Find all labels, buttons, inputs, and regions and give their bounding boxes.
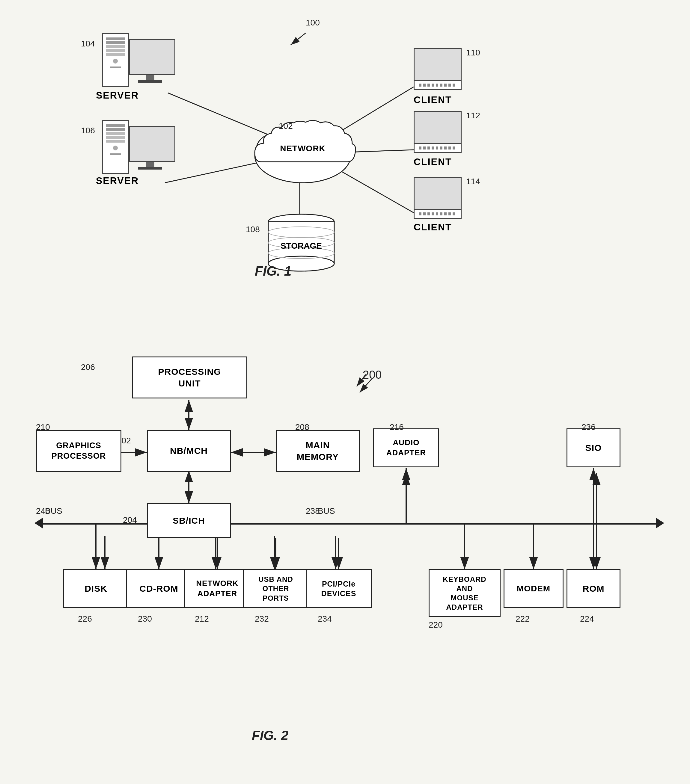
keyboard-mouse-box: KEYBOARD AND MOUSE ADAPTER [429, 569, 500, 617]
server1-base [138, 80, 162, 83]
page: 100 SERVER 104 [0, 0, 690, 784]
ref-220: 220 [429, 620, 443, 630]
pci-devices-label: PCI/PCIe DEVICES [321, 579, 357, 599]
network-adapter-label: NETWORK ADAPTER [196, 578, 238, 599]
bus-arrow-left [35, 518, 43, 529]
ref-114: 114 [466, 177, 480, 186]
ref-238-label: BUS [318, 506, 335, 516]
processing-unit-label: PROCESSING UNIT [158, 366, 221, 389]
sio-label: SIO [585, 443, 602, 453]
ref-232: 232 [255, 614, 269, 624]
ref-112: 112 [466, 111, 480, 120]
server2-monitor [129, 126, 175, 162]
usb-ports-box: USB AND OTHER PORTS [243, 569, 309, 608]
client1-label: CLIENT [414, 94, 452, 105]
ref-104: 104 [81, 39, 95, 49]
sb-ich-label: SB/ICH [173, 516, 205, 526]
sb-ich-box: SB/ICH [147, 503, 231, 538]
server2-stand [146, 162, 154, 167]
keyboard-mouse-label: KEYBOARD AND MOUSE ADAPTER [443, 575, 486, 612]
ref-102: 102 [279, 121, 293, 131]
client2-label: CLIENT [414, 156, 452, 168]
bus-left-line [39, 523, 147, 525]
ref-100: 100 [306, 18, 320, 28]
graphics-processor-box: GRAPHICS PROCESSOR [36, 430, 121, 472]
nb-mch-box: NB/MCH [147, 430, 231, 472]
fig1-diagram: 100 SERVER 104 [30, 9, 659, 339]
ref-224: 224 [580, 614, 594, 624]
rom-label: ROM [583, 583, 604, 594]
modem-label: MODEM [517, 584, 550, 593]
audio-adapter-label: AUDIO ADAPTER [386, 438, 426, 458]
fig2-lines [18, 344, 677, 776]
audio-adapter-box: AUDIO ADAPTER [373, 428, 439, 467]
svg-text:NETWORK: NETWORK [280, 144, 325, 153]
processing-unit-box: PROCESSING UNIT [132, 356, 247, 399]
ref-216: 216 [390, 422, 404, 432]
client3 [414, 177, 462, 219]
sio-box: SIO [566, 428, 621, 467]
ref-210: 210 [36, 422, 50, 432]
ref-236: 236 [581, 422, 596, 432]
server1-label: SERVER [96, 90, 139, 101]
ref-212: 212 [195, 614, 209, 624]
ref-106: 106 [81, 126, 95, 135]
svg-line-42 [357, 374, 366, 387]
graphics-processor-label: GRAPHICS PROCESSOR [51, 440, 106, 461]
network-cloud: NETWORK [246, 117, 360, 195]
ref-226: 226 [78, 614, 92, 624]
main-memory-box: MAIN MEMORY [276, 430, 360, 472]
client1 [414, 48, 462, 90]
fig1-caption: FIG. 1 [255, 264, 291, 278]
nb-mch-label: NB/MCH [170, 446, 208, 456]
cd-rom-label: CD-ROM [139, 583, 178, 594]
cd-rom-box: CD-ROM [126, 569, 192, 608]
server1-stand [146, 75, 154, 80]
ref-234: 234 [318, 614, 332, 624]
ref-110: 110 [466, 48, 480, 58]
ref200-arrow [348, 371, 372, 389]
ref-222: 222 [515, 614, 530, 624]
server1-monitor [129, 39, 175, 75]
svg-line-6 [291, 33, 306, 45]
ref-230: 230 [138, 614, 152, 624]
server2-base [138, 167, 162, 170]
modem-box: MODEM [503, 569, 563, 608]
fig2-caption: FIG. 2 [252, 728, 288, 743]
client3-label: CLIENT [414, 222, 452, 233]
server2-label: SERVER [96, 175, 139, 186]
rom-box: ROM [566, 569, 621, 608]
server1-tower [102, 33, 129, 87]
network-adapter-box: NETWORK ADAPTER [184, 569, 250, 608]
usb-ports-label: USB AND OTHER PORTS [258, 575, 293, 603]
ref-208: 208 [295, 422, 309, 432]
ref-108: 108 [246, 225, 260, 234]
main-memory-label: MAIN MEMORY [297, 439, 339, 463]
ref-206: 206 [81, 362, 95, 372]
client2 [414, 111, 462, 153]
bus-right-line [231, 523, 657, 525]
disk-label: DISK [84, 583, 107, 594]
ref-238: 238 [306, 506, 320, 516]
server2-tower [102, 120, 129, 174]
pci-devices-box: PCI/PCIe DEVICES [306, 569, 372, 608]
fig2-diagram: 200 PROCESSING UNIT 206 NB/MCH 202 MAIN … [18, 344, 677, 776]
fig2-extra-lines [18, 344, 677, 776]
svg-text:STORAGE: STORAGE [281, 241, 322, 250]
bus-arrow-right [656, 518, 664, 529]
ref-240: 240 [36, 506, 50, 516]
disk-box: DISK [63, 569, 129, 608]
